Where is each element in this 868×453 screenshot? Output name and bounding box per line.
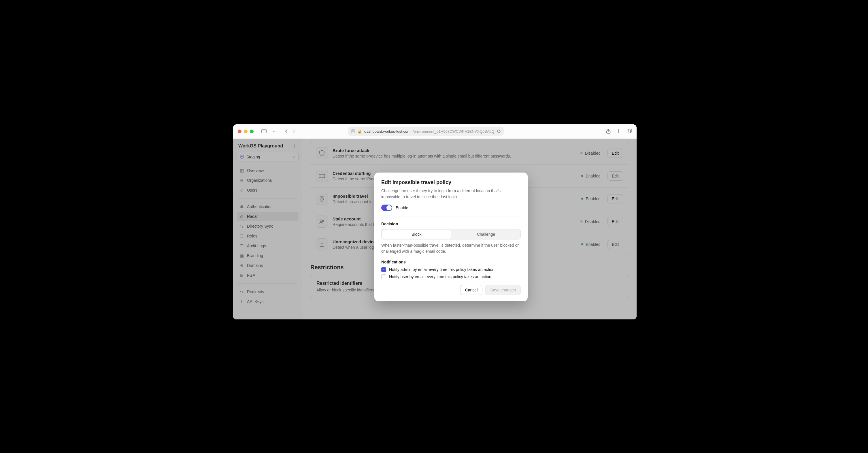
tabs-icon[interactable] <box>627 129 632 134</box>
reload-icon[interactable] <box>497 129 501 133</box>
decision-heading: Decision <box>381 222 521 226</box>
edit-policy-modal: Edit impossible travel policy Challenge … <box>374 173 528 301</box>
lock-icon: 🔒 <box>358 129 362 134</box>
svg-rect-0 <box>262 130 267 133</box>
browser-titlebar: 🔒 dashboard.workos-test.com/environment_… <box>233 124 637 139</box>
save-button[interactable]: Save changes <box>485 285 521 295</box>
svg-rect-7 <box>628 129 632 132</box>
url-host: dashboard.workos-test.com <box>364 129 410 134</box>
decision-option-challenge[interactable]: Challenge <box>452 229 521 239</box>
maximize-window-icon[interactable] <box>250 130 254 133</box>
decision-option-block[interactable]: Block <box>382 230 451 238</box>
minimize-window-icon[interactable] <box>244 130 248 133</box>
svg-rect-6 <box>627 130 630 133</box>
browser-window: 🔒 dashboard.workos-test.com/environment_… <box>233 124 637 319</box>
decision-segmented: Block Challenge <box>381 229 521 239</box>
back-button[interactable] <box>285 129 288 134</box>
forward-button[interactable] <box>292 129 296 134</box>
cancel-button[interactable]: Cancel <box>460 285 483 295</box>
notify-admin-label: Notify admin by email every time this po… <box>389 267 496 272</box>
notify-user-checkbox[interactable] <box>381 274 386 279</box>
notify-admin-checkbox[interactable]: ✓ <box>381 267 386 272</box>
enable-label: Enable <box>396 205 408 210</box>
share-icon[interactable] <box>606 129 611 134</box>
decision-hint: When faster-than-possible travel is dete… <box>381 243 521 254</box>
reader-icon[interactable] <box>351 129 355 133</box>
url-path: /environment_01H968CWCWPH1BNVXQ5SA6Q <box>413 129 495 134</box>
enable-toggle[interactable] <box>381 204 392 211</box>
modal-description: Challenge the user if they try to login … <box>381 188 521 200</box>
svg-rect-2 <box>351 130 355 133</box>
notifications-heading: Notifications <box>381 260 521 264</box>
sidebar-toggle-icon[interactable] <box>260 128 268 135</box>
address-bar[interactable]: 🔒 dashboard.workos-test.com/environment_… <box>348 127 504 136</box>
chevron-down-icon[interactable] <box>270 128 278 135</box>
window-controls <box>238 130 254 133</box>
notify-user-label: Notify user by email every time this pol… <box>389 274 493 279</box>
modal-title: Edit impossible travel policy <box>381 179 521 186</box>
close-window-icon[interactable] <box>238 130 242 133</box>
new-tab-icon[interactable] <box>616 129 621 134</box>
